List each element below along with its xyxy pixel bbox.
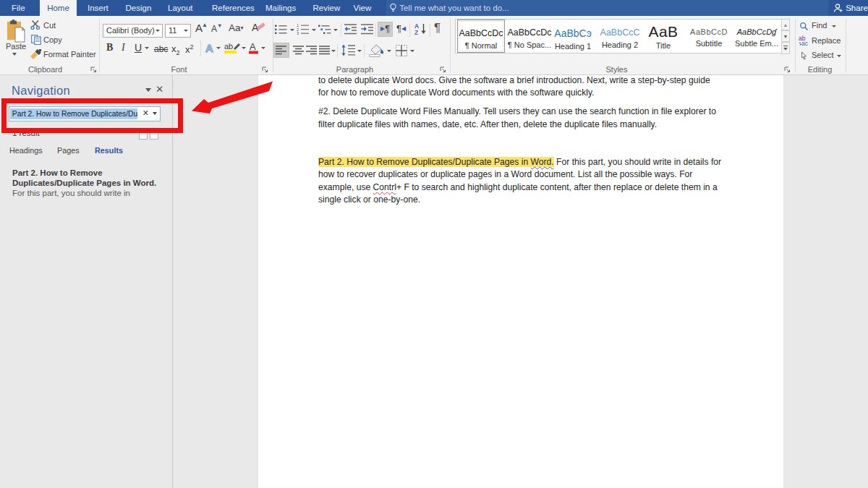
svg-text:3: 3 bbox=[297, 31, 299, 35]
svg-text:A: A bbox=[250, 41, 256, 52]
svg-text:ac: ac bbox=[801, 40, 809, 46]
svg-text:ab: ab bbox=[224, 42, 233, 51]
svg-text:Z: Z bbox=[414, 29, 418, 35]
